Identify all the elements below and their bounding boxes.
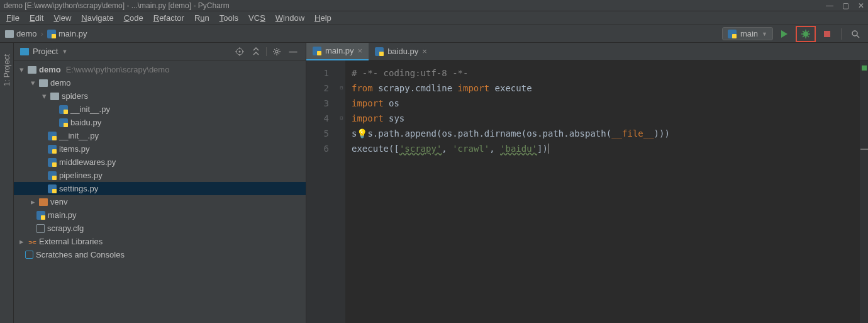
tree-node-label: main.py bbox=[48, 210, 77, 220]
code-keyword: import bbox=[352, 113, 384, 123]
tree-file-pipelines[interactable]: pipelines.py bbox=[14, 169, 306, 182]
code-text: , bbox=[442, 144, 452, 154]
fold-open-icon[interactable]: ⊟ bbox=[338, 81, 345, 96]
stop-button[interactable] bbox=[820, 27, 835, 41]
close-tab-icon[interactable]: × bbox=[422, 47, 427, 56]
tree-file-scrapycfg[interactable]: scrapy.cfg bbox=[14, 222, 306, 235]
tree-node-label: __init__.py bbox=[59, 131, 99, 140]
menu-edit[interactable]: Edit bbox=[26, 12, 47, 24]
chevron-down-icon[interactable]: ▼ bbox=[62, 48, 67, 55]
intention-bulb-icon[interactable]: 💡 bbox=[357, 128, 367, 139]
tool-window-stripe-left: 1: Project bbox=[0, 43, 14, 323]
tree-node-label: demo bbox=[50, 78, 71, 88]
menu-tools[interactable]: Tools bbox=[216, 12, 242, 24]
minimize-icon[interactable]: — bbox=[826, 1, 833, 10]
breadcrumb-root-label: demo bbox=[16, 29, 37, 38]
tree-file-middlewares[interactable]: middlewares.py bbox=[14, 156, 306, 169]
hide-panel-icon[interactable]: — bbox=[287, 45, 299, 58]
menu-vcs[interactable]: VCS bbox=[245, 12, 269, 24]
editor-marker-gutter[interactable] bbox=[859, 60, 868, 323]
tree-folder-spiders[interactable]: ▾ spiders bbox=[14, 89, 306, 103]
svg-point-19 bbox=[275, 50, 278, 53]
menu-navigate[interactable]: Navigate bbox=[77, 12, 117, 24]
fold-close-icon[interactable]: ⊟ bbox=[338, 111, 345, 126]
arrow-down-icon[interactable]: ▾ bbox=[18, 66, 25, 74]
svg-line-9 bbox=[808, 31, 809, 32]
menu-help[interactable]: Help bbox=[311, 12, 335, 24]
line-number: 6 bbox=[306, 141, 329, 156]
folder-icon bbox=[28, 66, 36, 74]
code-string: 'baidu' bbox=[500, 144, 537, 154]
run-configuration-selector[interactable]: main ▼ bbox=[722, 27, 773, 40]
python-icon bbox=[728, 30, 737, 38]
line-number: 2 bbox=[306, 81, 329, 96]
project-tree[interactable]: ▾ demo E:\www\python\scrapy\demo ▾ demo … bbox=[14, 60, 306, 323]
arrow-down-icon[interactable]: ▾ bbox=[29, 79, 36, 87]
tree-node-label: items.py bbox=[59, 144, 89, 154]
chevron-down-icon: ▼ bbox=[762, 31, 767, 37]
folder-icon bbox=[5, 30, 14, 38]
menu-run[interactable]: Run bbox=[191, 12, 213, 24]
arrow-right-icon[interactable]: ▸ bbox=[29, 198, 36, 206]
tree-file-init-1[interactable]: __init__.py bbox=[14, 103, 306, 116]
python-file-icon bbox=[313, 47, 321, 55]
tree-external-libraries[interactable]: ▸ ⫘ External Libraries bbox=[14, 235, 306, 248]
folder-icon bbox=[39, 79, 48, 87]
text-caret bbox=[548, 144, 548, 154]
editor-body: 1 2 3 4 5 6 ⊟ ⊟ # -*- coding:utf-8 -*- f… bbox=[306, 60, 868, 323]
editor-tab-main[interactable]: main.py × bbox=[306, 43, 369, 60]
main-menu: File Edit View Navigate Code Refactor Ru… bbox=[0, 11, 868, 25]
menu-refactor[interactable]: Refactor bbox=[150, 12, 188, 24]
tree-folder-demo[interactable]: ▾ demo bbox=[14, 76, 306, 89]
menu-view[interactable]: View bbox=[50, 12, 75, 24]
tree-node-path: E:\www\python\scrapy\demo bbox=[66, 65, 170, 74]
run-config-label: main bbox=[740, 29, 758, 38]
svg-line-6 bbox=[803, 31, 804, 32]
menu-code[interactable]: Code bbox=[120, 12, 147, 24]
navigation-bar: demo › main.py main ▼ bbox=[0, 25, 868, 43]
python-file-icon bbox=[48, 145, 57, 154]
python-file-icon bbox=[375, 47, 384, 56]
menu-window[interactable]: Window bbox=[272, 12, 308, 24]
search-everywhere-button[interactable] bbox=[848, 27, 863, 41]
svg-rect-10 bbox=[824, 31, 830, 37]
project-panel-title: Project bbox=[33, 47, 58, 56]
code-keyword: import bbox=[352, 98, 384, 108]
editor-tab-strip: main.py × baidu.py × bbox=[306, 43, 868, 60]
tree-file-items[interactable]: items.py bbox=[14, 142, 306, 156]
editor-tab-baidu[interactable]: baidu.py × bbox=[369, 43, 433, 60]
project-icon bbox=[20, 48, 29, 55]
tree-node-label: venv bbox=[50, 197, 67, 207]
tree-file-init-2[interactable]: __init__.py bbox=[14, 129, 306, 142]
maximize-icon[interactable]: ▢ bbox=[842, 1, 849, 10]
project-tool-tab[interactable]: 1: Project bbox=[3, 54, 11, 86]
tree-root[interactable]: ▾ demo E:\www\python\scrapy\demo bbox=[14, 63, 306, 76]
inspection-ok-marker[interactable] bbox=[862, 65, 867, 71]
tree-file-main[interactable]: main.py bbox=[14, 208, 306, 222]
close-tab-icon[interactable]: × bbox=[358, 46, 363, 55]
code-text: ))) bbox=[654, 128, 670, 139]
code-text: s.path.append(os.path.dirname(os.path.ab… bbox=[367, 128, 611, 139]
tree-file-baidu[interactable]: baidu.py bbox=[14, 116, 306, 129]
locate-icon[interactable] bbox=[233, 45, 246, 58]
run-button[interactable] bbox=[777, 27, 792, 41]
arrow-right-icon[interactable]: ▸ bbox=[18, 238, 25, 246]
svg-point-14 bbox=[239, 50, 241, 52]
tree-file-settings[interactable]: settings.py bbox=[14, 182, 306, 195]
debug-highlight-box bbox=[796, 26, 816, 42]
tree-scratches[interactable]: Scratches and Consoles bbox=[14, 248, 306, 261]
line-number: 1 bbox=[306, 65, 329, 81]
settings-gear-icon[interactable] bbox=[270, 45, 283, 58]
breadcrumb-root[interactable]: demo bbox=[5, 29, 37, 38]
breadcrumb-file[interactable]: main.py bbox=[47, 29, 87, 38]
tree-folder-venv[interactable]: ▸ venv bbox=[14, 195, 306, 208]
menu-file[interactable]: File bbox=[3, 12, 23, 24]
marker-line[interactable] bbox=[860, 149, 868, 150]
code-area[interactable]: # -*- coding:utf-8 -*- from scrapy.cmdli… bbox=[345, 60, 859, 323]
collapse-all-icon[interactable] bbox=[250, 45, 262, 58]
code-text: os bbox=[384, 98, 399, 108]
close-icon[interactable]: ✕ bbox=[858, 1, 864, 10]
debug-button[interactable] bbox=[798, 27, 813, 41]
line-number: 4 bbox=[306, 111, 329, 126]
arrow-down-icon[interactable]: ▾ bbox=[40, 93, 48, 100]
